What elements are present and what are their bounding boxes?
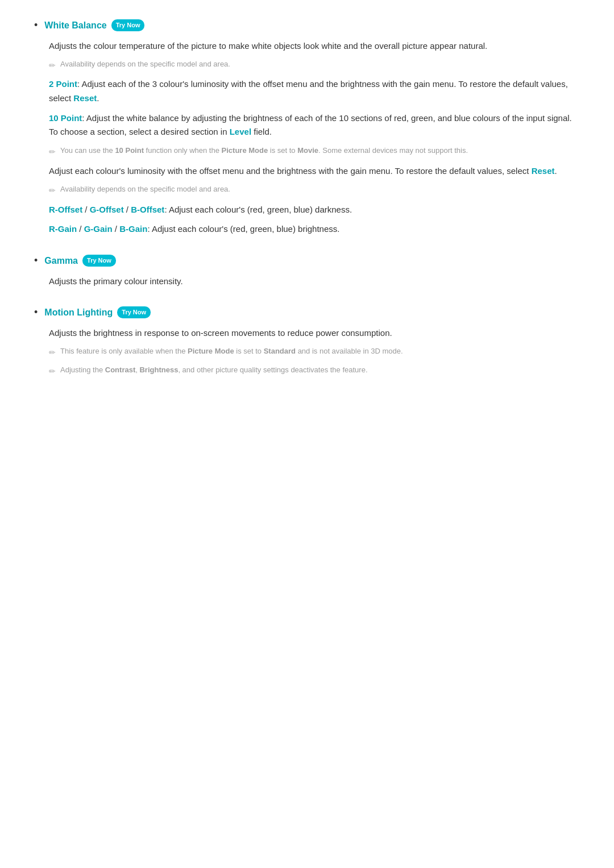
g-offset-link[interactable]: G-Offset [90,205,124,214]
offset-para: R-Offset / G-Offset / B-Offset: Adjust e… [49,203,580,217]
motion-lighting-section: • Motion Lighting Try Now Adjusts the br… [34,304,580,378]
picture-mode-bold-1: Picture Mode [222,146,268,155]
white-balance-note-2-text: Availability depends on the specific mod… [60,184,230,195]
gain-para: R-Gain / G-Gain / B-Gain: Adjust each co… [49,222,580,236]
motion-lighting-note-2-text: Adjusting the Contrast, Brightness, and … [60,364,368,376]
ten-point-bold: 10 Point [115,146,144,155]
contrast-bold: Contrast [105,366,135,374]
ten-point-label: 10 Point [49,113,82,123]
movie-bold: Movie [297,146,318,155]
pencil-icon-1: ✏ [49,59,56,72]
motion-lighting-note-2: ✏ Adjusting the Contrast, Brightness, an… [49,364,580,377]
white-balance-header: • White Balance Try Now [34,17,580,34]
motion-lighting-header: • Motion Lighting Try Now [34,304,580,321]
g-gain-link[interactable]: G-Gain [84,224,113,234]
motion-lighting-title: Motion Lighting [44,305,113,320]
motion-lighting-bullet-dot: • [34,304,38,321]
r-offset-link[interactable]: R-Offset [49,205,82,214]
pencil-icon-2: ✏ [49,146,56,158]
white-balance-desc: Adjusts the colour temperature of the pi… [49,39,580,53]
standard-bold: Standard [264,347,296,355]
picture-mode-bold-2: Picture Mode [188,347,234,355]
b-gain-link[interactable]: B-Gain [119,224,147,234]
ten-point-para: 10 Point: Adjust the white balance by ad… [49,111,580,140]
level-link[interactable]: Level [230,127,251,136]
motion-lighting-note-1-text: This feature is only available when the … [60,346,403,357]
content-area: • White Balance Try Now Adjusts the colo… [34,17,580,378]
white-balance-note-1: ✏ Availability depends on the specific m… [49,59,580,72]
white-balance-note-2: ✏ Availability depends on the specific m… [49,184,580,197]
white-balance-section: • White Balance Try Now Adjusts the colo… [34,17,580,236]
motion-lighting-note-1: ✏ This feature is only available when th… [49,346,580,359]
bullet-dot: • [34,17,38,34]
motion-lighting-try-now[interactable]: Try Now [117,306,151,319]
gamma-bullet-dot: • [34,252,38,269]
gamma-title: Gamma [44,254,78,268]
ten-point-note-text: You can use the 10 Point function only w… [60,145,468,156]
white-balance-try-now[interactable]: Try Now [111,19,145,32]
two-point-para: 2 Point: Adjust each of the 3 colour's l… [49,77,580,106]
gamma-header: • Gamma Try Now [34,252,580,269]
two-point-reset-link[interactable]: Reset [73,93,97,103]
gamma-desc: Adjusts the primary colour intensity. [49,275,580,288]
gamma-section: • Gamma Try Now Adjusts the primary colo… [34,252,580,288]
two-point-label: 2 Point [49,79,77,89]
pencil-icon-4: ✏ [49,346,56,359]
b-offset-link[interactable]: B-Offset [131,205,164,214]
pencil-icon-3: ✏ [49,184,56,197]
white-balance-title: White Balance [44,18,106,33]
r-gain-link[interactable]: R-Gain [49,224,77,234]
reset-link-2[interactable]: Reset [532,166,555,176]
pencil-icon-5: ✏ [49,365,56,377]
ten-point-note: ✏ You can use the 10 Point function only… [49,145,580,158]
motion-lighting-desc: Adjusts the brightness in response to on… [49,326,580,340]
adjust-colour-para: Adjust each colour's luminosity with the… [49,164,580,178]
white-balance-note-1-text: Availability depends on the specific mod… [60,59,230,70]
brightness-bold: Brightness [139,366,178,374]
gamma-try-now[interactable]: Try Now [82,255,116,267]
